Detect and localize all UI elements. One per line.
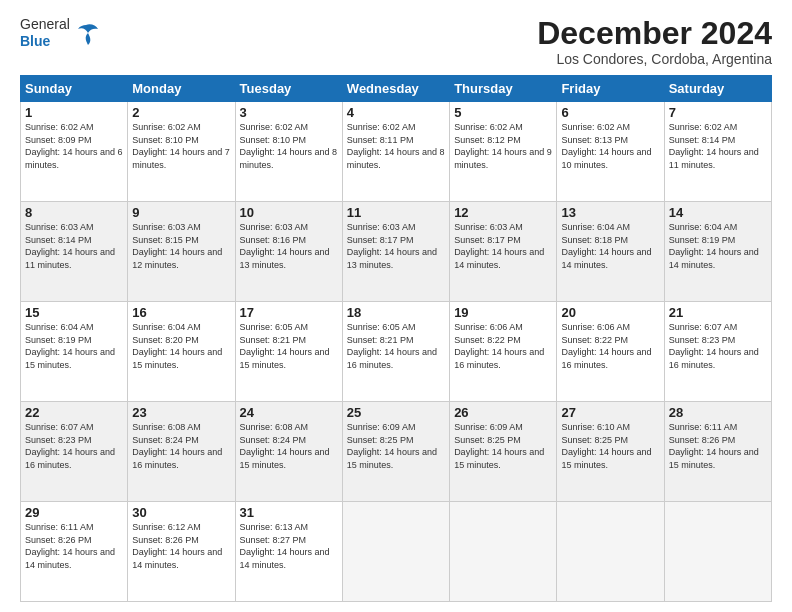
day-number: 23 [132, 405, 230, 420]
day-info: Sunrise: 6:06 AMSunset: 8:22 PMDaylight:… [561, 322, 651, 370]
day-number: 8 [25, 205, 123, 220]
day-info: Sunrise: 6:07 AMSunset: 8:23 PMDaylight:… [669, 322, 759, 370]
day-info: Sunrise: 6:03 AMSunset: 8:15 PMDaylight:… [132, 222, 222, 270]
table-row: 2 Sunrise: 6:02 AMSunset: 8:10 PMDayligh… [128, 102, 235, 202]
col-thursday: Thursday [450, 76, 557, 102]
day-info: Sunrise: 6:02 AMSunset: 8:12 PMDaylight:… [454, 122, 552, 170]
day-info: Sunrise: 6:11 AMSunset: 8:26 PMDaylight:… [669, 422, 759, 470]
day-number: 16 [132, 305, 230, 320]
day-info: Sunrise: 6:03 AMSunset: 8:14 PMDaylight:… [25, 222, 115, 270]
empty-cell [342, 502, 449, 602]
table-row: 7 Sunrise: 6:02 AMSunset: 8:14 PMDayligh… [664, 102, 771, 202]
day-info: Sunrise: 6:03 AMSunset: 8:17 PMDaylight:… [347, 222, 437, 270]
page-subtitle: Los Condores, Cordoba, Argentina [537, 51, 772, 67]
table-row: 3 Sunrise: 6:02 AMSunset: 8:10 PMDayligh… [235, 102, 342, 202]
day-number: 24 [240, 405, 338, 420]
page: General Blue December 2024 Los Condores,… [0, 0, 792, 612]
logo-general: General [20, 16, 70, 33]
table-row: 27 Sunrise: 6:10 AMSunset: 8:25 PMDaylig… [557, 402, 664, 502]
page-title: December 2024 [537, 16, 772, 51]
day-number: 9 [132, 205, 230, 220]
table-row: 8 Sunrise: 6:03 AMSunset: 8:14 PMDayligh… [21, 202, 128, 302]
table-row: 24 Sunrise: 6:08 AMSunset: 8:24 PMDaylig… [235, 402, 342, 502]
calendar-week: 29 Sunrise: 6:11 AMSunset: 8:26 PMDaylig… [21, 502, 772, 602]
table-row: 22 Sunrise: 6:07 AMSunset: 8:23 PMDaylig… [21, 402, 128, 502]
day-number: 31 [240, 505, 338, 520]
day-number: 13 [561, 205, 659, 220]
calendar-week: 15 Sunrise: 6:04 AMSunset: 8:19 PMDaylig… [21, 302, 772, 402]
table-row: 28 Sunrise: 6:11 AMSunset: 8:26 PMDaylig… [664, 402, 771, 502]
day-info: Sunrise: 6:02 AMSunset: 8:10 PMDaylight:… [132, 122, 230, 170]
table-row: 18 Sunrise: 6:05 AMSunset: 8:21 PMDaylig… [342, 302, 449, 402]
day-info: Sunrise: 6:06 AMSunset: 8:22 PMDaylight:… [454, 322, 544, 370]
table-row: 4 Sunrise: 6:02 AMSunset: 8:11 PMDayligh… [342, 102, 449, 202]
day-number: 10 [240, 205, 338, 220]
day-info: Sunrise: 6:04 AMSunset: 8:19 PMDaylight:… [669, 222, 759, 270]
table-row: 6 Sunrise: 6:02 AMSunset: 8:13 PMDayligh… [557, 102, 664, 202]
day-info: Sunrise: 6:07 AMSunset: 8:23 PMDaylight:… [25, 422, 115, 470]
day-number: 17 [240, 305, 338, 320]
day-number: 11 [347, 205, 445, 220]
calendar-week: 22 Sunrise: 6:07 AMSunset: 8:23 PMDaylig… [21, 402, 772, 502]
table-row: 30 Sunrise: 6:12 AMSunset: 8:26 PMDaylig… [128, 502, 235, 602]
empty-cell [557, 502, 664, 602]
day-info: Sunrise: 6:05 AMSunset: 8:21 PMDaylight:… [240, 322, 330, 370]
table-row: 12 Sunrise: 6:03 AMSunset: 8:17 PMDaylig… [450, 202, 557, 302]
day-info: Sunrise: 6:02 AMSunset: 8:11 PMDaylight:… [347, 122, 445, 170]
day-info: Sunrise: 6:02 AMSunset: 8:13 PMDaylight:… [561, 122, 651, 170]
day-number: 21 [669, 305, 767, 320]
day-number: 22 [25, 405, 123, 420]
day-number: 27 [561, 405, 659, 420]
col-saturday: Saturday [664, 76, 771, 102]
title-block: December 2024 Los Condores, Cordoba, Arg… [537, 16, 772, 67]
logo-blue: Blue [20, 33, 70, 50]
table-row: 23 Sunrise: 6:08 AMSunset: 8:24 PMDaylig… [128, 402, 235, 502]
table-row: 26 Sunrise: 6:09 AMSunset: 8:25 PMDaylig… [450, 402, 557, 502]
day-number: 6 [561, 105, 659, 120]
col-tuesday: Tuesday [235, 76, 342, 102]
day-info: Sunrise: 6:03 AMSunset: 8:16 PMDaylight:… [240, 222, 330, 270]
table-row: 15 Sunrise: 6:04 AMSunset: 8:19 PMDaylig… [21, 302, 128, 402]
table-row: 11 Sunrise: 6:03 AMSunset: 8:17 PMDaylig… [342, 202, 449, 302]
day-info: Sunrise: 6:09 AMSunset: 8:25 PMDaylight:… [454, 422, 544, 470]
table-row: 5 Sunrise: 6:02 AMSunset: 8:12 PMDayligh… [450, 102, 557, 202]
empty-cell [450, 502, 557, 602]
day-info: Sunrise: 6:13 AMSunset: 8:27 PMDaylight:… [240, 522, 330, 570]
day-number: 3 [240, 105, 338, 120]
day-number: 12 [454, 205, 552, 220]
day-number: 20 [561, 305, 659, 320]
day-info: Sunrise: 6:09 AMSunset: 8:25 PMDaylight:… [347, 422, 437, 470]
table-row: 17 Sunrise: 6:05 AMSunset: 8:21 PMDaylig… [235, 302, 342, 402]
table-row: 1 Sunrise: 6:02 AMSunset: 8:09 PMDayligh… [21, 102, 128, 202]
table-row: 29 Sunrise: 6:11 AMSunset: 8:26 PMDaylig… [21, 502, 128, 602]
day-number: 19 [454, 305, 552, 320]
day-info: Sunrise: 6:04 AMSunset: 8:19 PMDaylight:… [25, 322, 115, 370]
day-info: Sunrise: 6:04 AMSunset: 8:18 PMDaylight:… [561, 222, 651, 270]
day-number: 28 [669, 405, 767, 420]
day-number: 5 [454, 105, 552, 120]
day-info: Sunrise: 6:05 AMSunset: 8:21 PMDaylight:… [347, 322, 437, 370]
logo-bird-icon [72, 19, 100, 47]
day-info: Sunrise: 6:04 AMSunset: 8:20 PMDaylight:… [132, 322, 222, 370]
table-row: 19 Sunrise: 6:06 AMSunset: 8:22 PMDaylig… [450, 302, 557, 402]
table-row: 16 Sunrise: 6:04 AMSunset: 8:20 PMDaylig… [128, 302, 235, 402]
col-wednesday: Wednesday [342, 76, 449, 102]
col-sunday: Sunday [21, 76, 128, 102]
day-number: 4 [347, 105, 445, 120]
day-info: Sunrise: 6:02 AMSunset: 8:10 PMDaylight:… [240, 122, 338, 170]
day-info: Sunrise: 6:11 AMSunset: 8:26 PMDaylight:… [25, 522, 115, 570]
day-info: Sunrise: 6:03 AMSunset: 8:17 PMDaylight:… [454, 222, 544, 270]
table-row: 13 Sunrise: 6:04 AMSunset: 8:18 PMDaylig… [557, 202, 664, 302]
logo-text: General Blue [20, 16, 70, 50]
day-number: 18 [347, 305, 445, 320]
col-monday: Monday [128, 76, 235, 102]
table-row: 31 Sunrise: 6:13 AMSunset: 8:27 PMDaylig… [235, 502, 342, 602]
day-info: Sunrise: 6:08 AMSunset: 8:24 PMDaylight:… [132, 422, 222, 470]
table-row: 14 Sunrise: 6:04 AMSunset: 8:19 PMDaylig… [664, 202, 771, 302]
logo: General Blue [20, 16, 100, 50]
table-row: 9 Sunrise: 6:03 AMSunset: 8:15 PMDayligh… [128, 202, 235, 302]
calendar-week: 1 Sunrise: 6:02 AMSunset: 8:09 PMDayligh… [21, 102, 772, 202]
day-number: 30 [132, 505, 230, 520]
header: General Blue December 2024 Los Condores,… [20, 16, 772, 67]
day-number: 2 [132, 105, 230, 120]
